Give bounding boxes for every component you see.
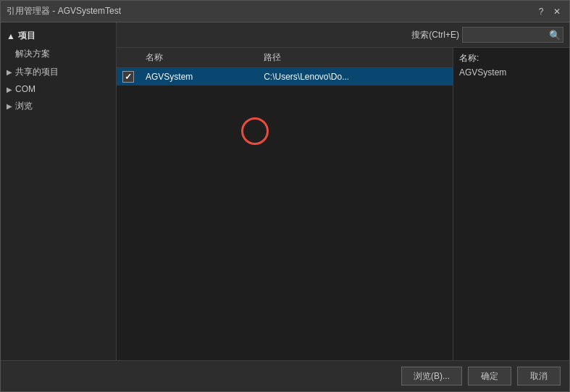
col-name: 名称 — [140, 48, 258, 68]
arrow-icon-jiejuefangan — [7, 50, 12, 58]
title-bar: 引用管理器 - AGVSystemTest ? ✕ — [1, 1, 569, 22]
table-row[interactable]: AGVSystem C:\Users\Lenovo\Do... — [117, 68, 453, 86]
sidebar-label-liulan: 浏览 — [15, 100, 33, 112]
arrow-icon-com: ▶ — [7, 86, 12, 93]
row-checkbox[interactable] — [122, 71, 134, 83]
refs-table: 名称 路径 AGVSystem C:\Users\Lenovo\Do... — [117, 48, 453, 86]
search-bar: 搜索(Ctrl+E) 🔍 — [117, 22, 569, 48]
row-name: AGVSystem — [140, 68, 258, 86]
sidebar-item-com[interactable]: ▶ COM — [1, 81, 116, 97]
col-path: 路径 — [258, 48, 453, 68]
confirm-button[interactable]: 确定 — [468, 367, 511, 385]
sidebar: ▲ 项目 解决方案 ▶ 共享的项目 ▶ COM ▶ 浏览 — [1, 22, 117, 360]
search-icon-button[interactable]: 🔍 — [548, 30, 562, 41]
bottom-bar: 浏览(B)... 确定 取消 — [1, 360, 569, 391]
table-area: 名称 路径 AGVSystem C:\Users\Lenovo\Do... — [117, 48, 569, 360]
col-check — [117, 48, 140, 68]
reference-table: 名称 路径 AGVSystem C:\Users\Lenovo\Do... — [117, 48, 453, 360]
close-button[interactable]: ✕ — [550, 5, 563, 18]
sidebar-collapse-icon[interactable]: ▲ — [7, 31, 15, 41]
sidebar-label-jiejuefangan: 解决方案 — [15, 48, 50, 60]
sidebar-label-gongtang: 共享的项目 — [15, 66, 59, 78]
table-header-row: 名称 路径 — [117, 48, 453, 68]
content-area: ▲ 项目 解决方案 ▶ 共享的项目 ▶ COM ▶ 浏览 — [1, 22, 569, 360]
detail-name-label: 名称: — [459, 52, 563, 64]
row-checkbox-cell[interactable] — [117, 68, 140, 86]
browse-button[interactable]: 浏览(B)... — [401, 367, 462, 385]
arrow-icon-liulan: ▶ — [7, 102, 12, 110]
window-title: 引用管理器 - AGVSystemTest — [7, 5, 121, 17]
row-path: C:\Users\Lenovo\Do... — [258, 68, 453, 86]
sidebar-section-title: ▲ 项目 — [1, 25, 116, 45]
detail-panel: 名称: AGVSystem — [453, 48, 569, 360]
sidebar-title-label: 项目 — [18, 30, 35, 42]
main-window: 引用管理器 - AGVSystemTest ? ✕ ▲ 项目 解决方案 ▶ 共享… — [0, 0, 570, 392]
cancel-button[interactable]: 取消 — [517, 367, 561, 385]
sidebar-item-gongtangdexiangmu[interactable]: ▶ 共享的项目 — [1, 63, 116, 81]
arrow-icon-gongtang: ▶ — [7, 68, 12, 76]
search-wrapper: 🔍 — [462, 27, 563, 43]
sidebar-item-liulan[interactable]: ▶ 浏览 — [1, 97, 116, 115]
main-area: 搜索(Ctrl+E) 🔍 名称 路径 — [117, 22, 569, 360]
search-label: 搜索(Ctrl+E) — [411, 29, 459, 41]
sidebar-item-jiejuefangan[interactable]: 解决方案 — [1, 45, 116, 63]
help-button[interactable]: ? — [535, 5, 548, 18]
title-controls: ? ✕ — [535, 5, 563, 18]
detail-name-value: AGVSystem — [459, 67, 563, 78]
sidebar-label-com: COM — [15, 84, 35, 94]
